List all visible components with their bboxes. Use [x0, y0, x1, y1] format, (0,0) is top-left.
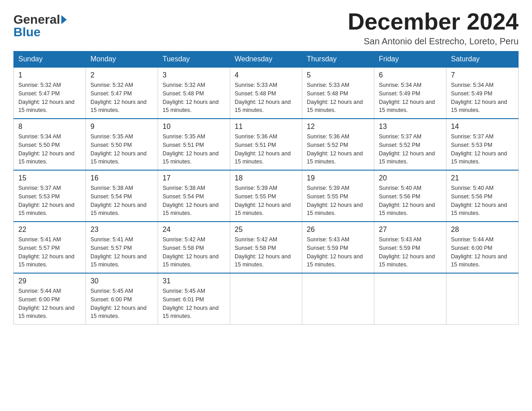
day-number: 3 — [163, 71, 225, 79]
day-number: 17 — [163, 174, 225, 182]
col-monday: Monday — [86, 51, 158, 68]
day-number: 22 — [18, 226, 81, 234]
calendar-cell: 13 Sunrise: 5:37 AMSunset: 5:52 PMDaylig… — [374, 119, 446, 170]
calendar-cell: 5 Sunrise: 5:33 AMSunset: 5:48 PMDayligh… — [302, 67, 374, 119]
calendar-cell: 10 Sunrise: 5:35 AMSunset: 5:51 PMDaylig… — [158, 119, 230, 170]
day-number: 14 — [451, 123, 514, 131]
day-info: Sunrise: 5:35 AMSunset: 5:50 PMDaylight:… — [90, 133, 146, 165]
day-info: Sunrise: 5:44 AMSunset: 6:00 PMDaylight:… — [18, 288, 74, 319]
day-number: 16 — [90, 174, 153, 182]
day-number: 10 — [163, 123, 225, 131]
week-row-2: 8 Sunrise: 5:34 AMSunset: 5:50 PMDayligh… — [14, 119, 519, 170]
day-info: Sunrise: 5:45 AMSunset: 6:00 PMDaylight:… — [90, 288, 146, 319]
day-info: Sunrise: 5:32 AMSunset: 5:47 PMDaylight:… — [18, 82, 74, 113]
day-info: Sunrise: 5:34 AMSunset: 5:50 PMDaylight:… — [18, 133, 74, 165]
day-info: Sunrise: 5:32 AMSunset: 5:47 PMDaylight:… — [90, 82, 146, 113]
calendar-cell: 21 Sunrise: 5:40 AMSunset: 5:56 PMDaylig… — [446, 170, 519, 222]
week-row-3: 15 Sunrise: 5:37 AMSunset: 5:53 PMDaylig… — [14, 170, 519, 222]
day-info: Sunrise: 5:42 AMSunset: 5:58 PMDaylight:… — [163, 236, 219, 268]
calendar-cell: 3 Sunrise: 5:32 AMSunset: 5:48 PMDayligh… — [158, 67, 230, 119]
calendar-cell: 14 Sunrise: 5:37 AMSunset: 5:53 PMDaylig… — [446, 119, 519, 170]
calendar-cell: 23 Sunrise: 5:41 AMSunset: 5:57 PMDaylig… — [86, 222, 158, 273]
location-title: San Antonio del Estrecho, Loreto, Peru — [348, 36, 519, 47]
calendar-cell: 26 Sunrise: 5:43 AMSunset: 5:59 PMDaylig… — [302, 222, 374, 273]
day-number: 29 — [18, 277, 81, 285]
calendar-cell: 4 Sunrise: 5:33 AMSunset: 5:48 PMDayligh… — [230, 67, 302, 119]
calendar-cell — [374, 273, 446, 325]
logo-blue-text: Blue — [13, 25, 41, 39]
day-info: Sunrise: 5:40 AMSunset: 5:56 PMDaylight:… — [379, 185, 435, 216]
logo-arrow-icon — [61, 15, 67, 24]
col-tuesday: Tuesday — [158, 51, 230, 68]
day-info: Sunrise: 5:37 AMSunset: 5:53 PMDaylight:… — [451, 133, 507, 165]
calendar-cell: 8 Sunrise: 5:34 AMSunset: 5:50 PMDayligh… — [14, 119, 86, 170]
calendar-cell: 6 Sunrise: 5:34 AMSunset: 5:49 PMDayligh… — [374, 67, 446, 119]
day-info: Sunrise: 5:34 AMSunset: 5:49 PMDaylight:… — [379, 82, 435, 113]
calendar-cell: 24 Sunrise: 5:42 AMSunset: 5:58 PMDaylig… — [158, 222, 230, 273]
day-number: 7 — [451, 71, 514, 79]
day-info: Sunrise: 5:43 AMSunset: 5:59 PMDaylight:… — [307, 236, 363, 268]
calendar-cell — [302, 273, 374, 325]
day-number: 15 — [18, 174, 81, 182]
week-row-4: 22 Sunrise: 5:41 AMSunset: 5:57 PMDaylig… — [14, 222, 519, 273]
day-info: Sunrise: 5:40 AMSunset: 5:56 PMDaylight:… — [451, 185, 507, 216]
calendar-cell: 20 Sunrise: 5:40 AMSunset: 5:56 PMDaylig… — [374, 170, 446, 222]
day-info: Sunrise: 5:38 AMSunset: 5:54 PMDaylight:… — [163, 185, 219, 216]
calendar-cell: 28 Sunrise: 5:44 AMSunset: 6:00 PMDaylig… — [446, 222, 519, 273]
day-info: Sunrise: 5:38 AMSunset: 5:54 PMDaylight:… — [90, 185, 146, 216]
calendar-cell: 22 Sunrise: 5:41 AMSunset: 5:57 PMDaylig… — [14, 222, 86, 273]
calendar-cell: 16 Sunrise: 5:38 AMSunset: 5:54 PMDaylig… — [86, 170, 158, 222]
day-number: 9 — [90, 123, 153, 131]
day-info: Sunrise: 5:41 AMSunset: 5:57 PMDaylight:… — [90, 236, 146, 268]
day-number: 2 — [90, 71, 153, 79]
month-title: December 2024 — [348, 9, 519, 34]
day-info: Sunrise: 5:39 AMSunset: 5:55 PMDaylight:… — [307, 185, 363, 216]
day-info: Sunrise: 5:37 AMSunset: 5:52 PMDaylight:… — [379, 133, 435, 165]
calendar-cell: 31 Sunrise: 5:45 AMSunset: 6:01 PMDaylig… — [158, 273, 230, 325]
day-info: Sunrise: 5:34 AMSunset: 5:49 PMDaylight:… — [451, 82, 507, 113]
day-number: 1 — [18, 71, 81, 79]
calendar-cell: 17 Sunrise: 5:38 AMSunset: 5:54 PMDaylig… — [158, 170, 230, 222]
calendar-cell: 1 Sunrise: 5:32 AMSunset: 5:47 PMDayligh… — [14, 67, 86, 119]
col-saturday: Saturday — [446, 51, 519, 68]
day-info: Sunrise: 5:41 AMSunset: 5:57 PMDaylight:… — [18, 236, 74, 268]
day-number: 12 — [307, 123, 369, 131]
col-wednesday: Wednesday — [230, 51, 302, 68]
day-info: Sunrise: 5:45 AMSunset: 6:01 PMDaylight:… — [163, 288, 219, 319]
day-info: Sunrise: 5:36 AMSunset: 5:52 PMDaylight:… — [307, 133, 363, 165]
calendar-cell: 2 Sunrise: 5:32 AMSunset: 5:47 PMDayligh… — [86, 67, 158, 119]
day-number: 26 — [307, 226, 369, 234]
calendar-cell: 19 Sunrise: 5:39 AMSunset: 5:55 PMDaylig… — [302, 170, 374, 222]
calendar-cell: 27 Sunrise: 5:43 AMSunset: 5:59 PMDaylig… — [374, 222, 446, 273]
calendar-cell — [230, 273, 302, 325]
calendar-cell — [446, 273, 519, 325]
day-number: 19 — [307, 174, 369, 182]
day-number: 28 — [451, 226, 514, 234]
page-header: General Blue December 2024 San Antonio d… — [13, 9, 519, 47]
day-number: 11 — [235, 123, 297, 131]
calendar-cell: 9 Sunrise: 5:35 AMSunset: 5:50 PMDayligh… — [86, 119, 158, 170]
week-row-1: 1 Sunrise: 5:32 AMSunset: 5:47 PMDayligh… — [14, 67, 519, 119]
calendar-cell: 11 Sunrise: 5:36 AMSunset: 5:51 PMDaylig… — [230, 119, 302, 170]
day-number: 6 — [379, 71, 442, 79]
calendar-cell: 29 Sunrise: 5:44 AMSunset: 6:00 PMDaylig… — [14, 273, 86, 325]
calendar-cell: 7 Sunrise: 5:34 AMSunset: 5:49 PMDayligh… — [446, 67, 519, 119]
logo: General Blue — [13, 9, 67, 39]
calendar-cell: 18 Sunrise: 5:39 AMSunset: 5:55 PMDaylig… — [230, 170, 302, 222]
day-info: Sunrise: 5:35 AMSunset: 5:51 PMDaylight:… — [163, 133, 219, 165]
day-number: 23 — [90, 226, 153, 234]
day-number: 8 — [18, 123, 81, 131]
day-info: Sunrise: 5:33 AMSunset: 5:48 PMDaylight:… — [235, 82, 291, 113]
day-number: 21 — [451, 174, 514, 182]
day-number: 25 — [235, 226, 297, 234]
day-info: Sunrise: 5:43 AMSunset: 5:59 PMDaylight:… — [379, 236, 435, 268]
day-number: 20 — [379, 174, 442, 182]
day-info: Sunrise: 5:32 AMSunset: 5:48 PMDaylight:… — [163, 82, 219, 113]
day-number: 5 — [307, 71, 369, 79]
calendar-cell: 30 Sunrise: 5:45 AMSunset: 6:00 PMDaylig… — [86, 273, 158, 325]
day-number: 30 — [90, 277, 153, 285]
calendar-cell: 12 Sunrise: 5:36 AMSunset: 5:52 PMDaylig… — [302, 119, 374, 170]
col-thursday: Thursday — [302, 51, 374, 68]
day-info: Sunrise: 5:36 AMSunset: 5:51 PMDaylight:… — [235, 133, 291, 165]
calendar-table: Sunday Monday Tuesday Wednesday Thursday… — [13, 51, 519, 325]
